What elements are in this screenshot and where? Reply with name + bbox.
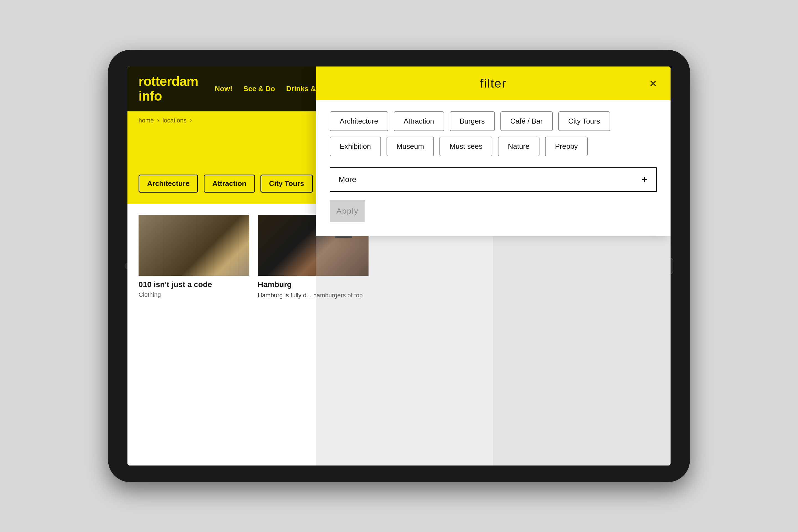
breadcrumb-sep-1: › bbox=[157, 117, 159, 124]
filter-tag-nature[interactable]: Nature bbox=[498, 137, 539, 156]
filter-tag-architecture[interactable]: Architecture bbox=[330, 111, 388, 131]
filter-tag-city-tours[interactable]: City Tours bbox=[558, 111, 610, 131]
filter-more-row[interactable]: More + bbox=[330, 167, 657, 192]
card-1-category: Clothing bbox=[138, 291, 249, 299]
active-filter-architecture[interactable]: Architecture bbox=[138, 174, 198, 193]
filter-tags-container: Architecture Attraction Burgers Café / B… bbox=[316, 100, 670, 167]
filter-apply-button[interactable]: Apply bbox=[330, 200, 365, 222]
filter-modal-header: filter × bbox=[316, 66, 670, 100]
filter-tag-museum[interactable]: Museum bbox=[386, 137, 434, 156]
filter-tag-cafe-bar[interactable]: Café / Bar bbox=[500, 111, 553, 131]
breadcrumb-home[interactable]: home bbox=[138, 117, 154, 124]
card-1: 010 isn't just a code Clothing bbox=[138, 215, 249, 300]
nav-item-see-do[interactable]: See & Do bbox=[244, 84, 275, 93]
filter-tag-preppy[interactable]: Preppy bbox=[545, 137, 588, 156]
filter-modal-title: filter bbox=[480, 76, 506, 90]
site-logo: rotterdam info bbox=[138, 74, 198, 103]
breadcrumb-sep-2: › bbox=[190, 117, 192, 124]
filter-tag-burgers[interactable]: Burgers bbox=[450, 111, 495, 131]
card-1-title: 010 isn't just a code bbox=[138, 280, 249, 289]
card-1-image bbox=[138, 215, 249, 276]
filter-more-label: More bbox=[339, 175, 356, 184]
plus-icon: + bbox=[642, 174, 648, 185]
active-filter-city-tours[interactable]: City Tours bbox=[261, 174, 313, 193]
filter-tag-exhibition[interactable]: Exhibition bbox=[330, 137, 381, 156]
filter-modal: filter × Architecture Attraction Burgers… bbox=[316, 66, 670, 236]
breadcrumb-locations[interactable]: locations bbox=[163, 117, 187, 124]
nav-item-now[interactable]: Now! bbox=[215, 84, 232, 93]
filter-tag-attraction[interactable]: Attraction bbox=[394, 111, 444, 131]
active-filter-attraction[interactable]: Attraction bbox=[204, 174, 255, 193]
filter-tag-must-sees[interactable]: Must sees bbox=[439, 137, 492, 156]
tablet-screen: rotterdam info Now! See & Do Drinks & Di… bbox=[128, 66, 670, 466]
tablet-device: rotterdam info Now! See & Do Drinks & Di… bbox=[108, 50, 690, 482]
filter-close-button[interactable]: × bbox=[649, 77, 657, 90]
